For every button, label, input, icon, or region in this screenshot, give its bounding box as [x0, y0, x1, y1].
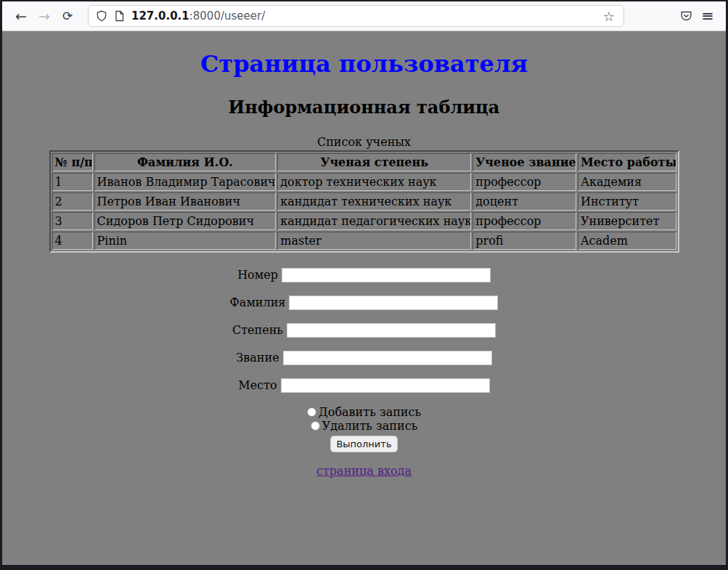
table-cell: 3: [52, 212, 93, 230]
pocket-icon[interactable]: [675, 5, 697, 27]
table-cell: Сидоров Петр Сидорович: [94, 212, 277, 230]
table-cell: Университет: [578, 212, 676, 230]
back-button[interactable]: ←: [9, 5, 33, 27]
back-icon: ←: [15, 8, 27, 24]
page-icon: [114, 10, 125, 22]
form-row-number: Номер: [2, 267, 726, 282]
url-text[interactable]: 127.0.0.1:8000/useeer/: [131, 9, 265, 23]
table-header-row: № п/п Фамилия И.О. Ученая степень Ученое…: [52, 153, 676, 171]
table-cell: Петров Иван Иванович: [94, 192, 277, 211]
browser-toolbar: ← → ⟳ 127.0.0.1:8000/useeer/ ☆: [2, 1, 726, 31]
degree-input[interactable]: [287, 323, 496, 338]
table-row: 1 Иванов Владимир Тарасович доктор техни…: [52, 173, 676, 191]
table-caption: Список ученых: [49, 135, 679, 149]
table-cell: профессор: [473, 173, 576, 191]
execute-button[interactable]: Выполнить: [330, 436, 397, 452]
url-bar[interactable]: 127.0.0.1:8000/useeer/ ☆: [88, 5, 624, 27]
login-page-link[interactable]: страница входа: [316, 464, 412, 478]
page-title: Страница пользователя: [2, 50, 726, 78]
table-cell: profi: [473, 232, 576, 250]
table-row: 2 Петров Иван Иванович кандидат техничес…: [52, 192, 676, 211]
browser-window: ← → ⟳ 127.0.0.1:8000/useeer/ ☆: [2, 1, 726, 565]
surname-label: Фамилия: [230, 296, 286, 309]
table-row: 4 Pinin master profi Academ: [52, 232, 676, 250]
bookmark-star-icon[interactable]: ☆: [603, 9, 615, 24]
number-label: Номер: [237, 268, 278, 282]
table-cell: кандидат технических наук: [277, 192, 471, 211]
surname-input[interactable]: [289, 296, 498, 310]
url-path: :8000/useeer/: [189, 9, 266, 23]
radio-row-delete: Удалить запись: [2, 419, 726, 433]
degree-label: Степень: [232, 323, 283, 337]
table-row: 3 Сидоров Петр Сидорович кандидат педаго…: [52, 212, 676, 230]
table-cell: кандидат педагогических наук: [277, 212, 471, 230]
menu-hamburger-icon[interactable]: ≡: [697, 5, 719, 27]
add-record-label: Добавить запись: [319, 405, 421, 419]
url-host: 127.0.0.1: [131, 9, 189, 23]
page-subtitle: Информационная таблица: [2, 97, 726, 118]
delete-record-label: Удалить запись: [322, 419, 418, 433]
shield-icon[interactable]: [96, 10, 107, 22]
record-form: Номер Фамилия Степень Звание Место Добав…: [2, 267, 726, 452]
forward-icon: →: [38, 8, 50, 24]
form-row-surname: Фамилия: [2, 295, 726, 309]
header-cell-number: № п/п: [52, 153, 93, 171]
reload-icon: ⟳: [62, 9, 73, 23]
header-cell-rank: Ученое звание: [473, 153, 576, 171]
table-cell: Pinin: [94, 232, 277, 250]
header-cell-workplace: Место работы: [578, 153, 676, 171]
table-cell: master: [277, 232, 471, 250]
rank-label: Звание: [236, 351, 279, 365]
delete-record-radio[interactable]: [311, 421, 320, 431]
table-cell: профессор: [473, 212, 576, 230]
form-row-rank: Звание: [2, 350, 726, 365]
rank-input[interactable]: [283, 351, 492, 365]
forward-button[interactable]: →: [33, 5, 56, 27]
table-cell: доктор технических наук: [277, 173, 471, 191]
table-cell: Институт: [578, 192, 676, 211]
place-input[interactable]: [281, 378, 490, 393]
place-label: Место: [238, 378, 277, 392]
page-viewport: Страница пользователя Информационная таб…: [2, 31, 726, 565]
table-cell: Академия: [578, 173, 676, 191]
header-cell-surname: Фамилия И.О.: [94, 153, 277, 171]
scientists-table: Список ученых № п/п Фамилия И.О. Ученая …: [49, 135, 679, 253]
number-input[interactable]: [282, 268, 491, 282]
table-cell: 1: [52, 173, 93, 191]
add-record-radio[interactable]: [307, 407, 316, 417]
radio-row-add: Добавить запись: [2, 405, 726, 419]
form-row-place: Место: [2, 378, 726, 392]
form-row-degree: Степень: [2, 322, 726, 337]
table-cell: 4: [52, 232, 93, 250]
table-cell: Academ: [578, 232, 676, 250]
table-cell: доцент: [473, 192, 576, 211]
table-cell: Иванов Владимир Тарасович: [94, 173, 277, 191]
table-cell: 2: [52, 192, 93, 211]
footer-link-row: страница входа: [2, 464, 726, 478]
reload-button[interactable]: ⟳: [56, 5, 79, 27]
button-row: Выполнить: [2, 436, 726, 452]
header-cell-degree: Ученая степень: [277, 153, 471, 171]
